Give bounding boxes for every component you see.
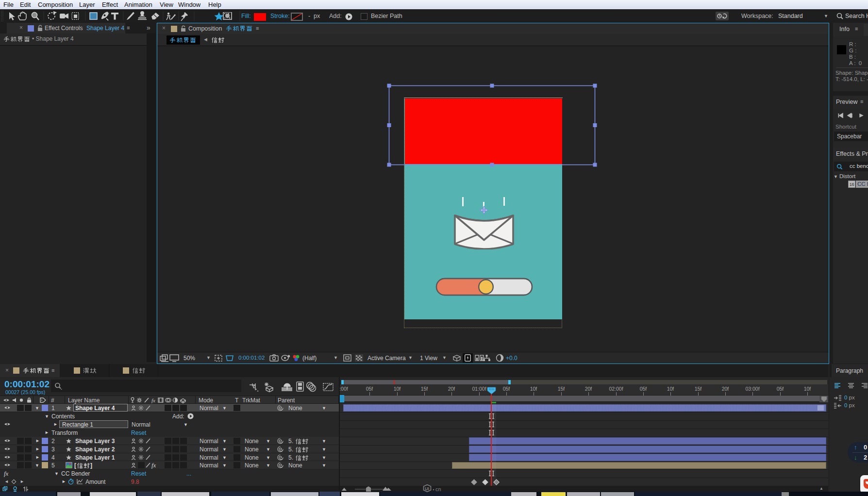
svg-text:cn: cn (435, 486, 441, 492)
svg-text:UI: UI (425, 486, 429, 491)
svg-text:fx: fx (151, 397, 155, 403)
